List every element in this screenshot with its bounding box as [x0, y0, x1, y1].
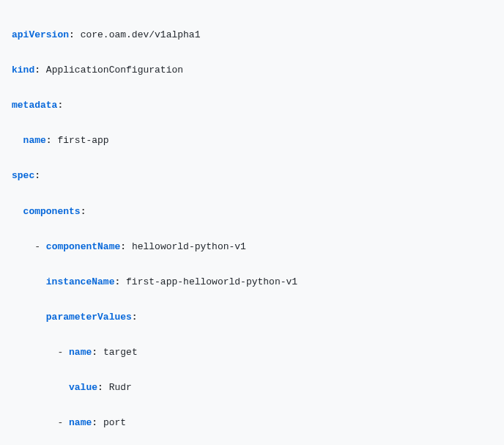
yaml-value: port — [103, 417, 126, 428]
yaml-value: first-app — [57, 135, 108, 146]
yaml-key: kind — [12, 65, 34, 76]
yaml-key: apiVersion — [12, 29, 69, 40]
yaml-key: instanceName — [46, 276, 115, 287]
code-line: spec: — [12, 167, 492, 185]
yaml-value: target — [103, 347, 138, 358]
code-line: instanceName: first-app-helloworld-pytho… — [12, 273, 492, 291]
code-line: - componentName: helloworld-python-v1 — [12, 238, 492, 256]
yaml-value: core.oam.dev/v1alpha1 — [81, 29, 201, 40]
yaml-code-block: apiVersion: core.oam.dev/v1alpha1 kind: … — [12, 9, 492, 445]
code-line: parameterValues: — [12, 309, 492, 326]
code-line: metadata: — [12, 97, 492, 114]
code-line: name: first-app — [12, 132, 492, 150]
yaml-key: spec — [12, 170, 34, 181]
code-line: value: Rudr — [12, 379, 492, 397]
code-line: - name: port — [12, 414, 492, 432]
yaml-key: components — [23, 206, 81, 217]
code-line: kind: ApplicationConfiguration — [12, 62, 492, 79]
yaml-value: helloworld-python-v1 — [132, 241, 246, 252]
yaml-key: parameterValues — [46, 312, 132, 323]
yaml-key: name — [69, 347, 92, 358]
code-line: components: — [12, 203, 492, 221]
yaml-value: ApplicationConfiguration — [46, 65, 183, 76]
yaml-key: metadata — [12, 100, 57, 111]
yaml-key: componentName — [46, 241, 120, 252]
yaml-value: first-app-helloworld-python-v1 — [126, 276, 297, 287]
yaml-key: name — [69, 417, 92, 428]
yaml-value: Rudr — [109, 382, 132, 393]
code-line: - name: target — [12, 344, 492, 361]
yaml-key: name — [23, 135, 46, 146]
code-line: apiVersion: core.oam.dev/v1alpha1 — [12, 26, 492, 44]
yaml-key: value — [69, 382, 97, 393]
